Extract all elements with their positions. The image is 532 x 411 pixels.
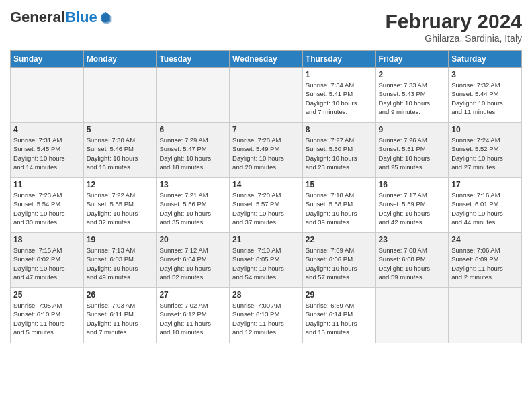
day-number: 4 [13,125,81,134]
calendar-cell: 12Sunrise: 7:22 AM Sunset: 5:55 PM Dayli… [83,178,157,233]
day-number: 1 [306,70,373,79]
calendar-cell: 26Sunrise: 7:03 AM Sunset: 6:11 PM Dayli… [83,288,157,343]
day-info: Sunrise: 7:08 AM Sunset: 6:08 PM Dayligh… [379,246,446,281]
day-info: Sunrise: 7:03 AM Sunset: 6:11 PM Dayligh… [87,301,154,336]
day-info: Sunrise: 7:00 AM Sunset: 6:13 PM Dayligh… [232,301,300,336]
day-number: 3 [451,70,519,79]
day-number: 11 [13,180,81,189]
calendar-cell: 28Sunrise: 7:00 AM Sunset: 6:13 PM Dayli… [230,288,303,343]
day-info: Sunrise: 7:06 AM Sunset: 6:09 PM Dayligh… [451,246,519,281]
day-info: Sunrise: 7:22 AM Sunset: 5:55 PM Dayligh… [87,191,154,226]
calendar-cell: 16Sunrise: 7:17 AM Sunset: 5:59 PM Dayli… [375,178,449,233]
day-info: Sunrise: 7:10 AM Sunset: 6:05 PM Dayligh… [232,246,300,281]
calendar-cell: 23Sunrise: 7:08 AM Sunset: 6:08 PM Dayli… [375,233,449,288]
day-number: 9 [379,125,446,134]
day-info: Sunrise: 7:15 AM Sunset: 6:02 PM Dayligh… [13,246,81,281]
calendar-row-1: 4Sunrise: 7:31 AM Sunset: 5:45 PM Daylig… [11,123,522,178]
calendar: SundayMondayTuesdayWednesdayThursdayFrid… [10,50,522,343]
day-number: 27 [159,290,226,300]
calendar-cell [449,288,522,343]
calendar-cell: 5Sunrise: 7:30 AM Sunset: 5:46 PM Daylig… [83,123,157,178]
day-info: Sunrise: 7:21 AM Sunset: 5:56 PM Dayligh… [159,191,226,226]
calendar-cell: 3Sunrise: 7:32 AM Sunset: 5:44 PM Daylig… [449,68,522,123]
month-year: February 2024 [386,10,522,33]
calendar-cell [375,288,449,343]
weekday-wednesday: Wednesday [230,51,303,68]
weekday-friday: Friday [375,51,449,68]
day-number: 15 [306,180,373,189]
day-info: Sunrise: 7:27 AM Sunset: 5:50 PM Dayligh… [306,136,373,171]
logo-blue: Blue [65,9,97,26]
day-number: 24 [451,235,519,244]
weekday-tuesday: Tuesday [157,51,230,68]
calendar-cell: 18Sunrise: 7:15 AM Sunset: 6:02 PM Dayli… [11,233,84,288]
calendar-cell: 6Sunrise: 7:29 AM Sunset: 5:47 PM Daylig… [157,123,230,178]
calendar-row-4: 25Sunrise: 7:05 AM Sunset: 6:10 PM Dayli… [11,288,522,343]
weekday-monday: Monday [83,51,157,68]
calendar-cell: 11Sunrise: 7:23 AM Sunset: 5:54 PM Dayli… [11,178,84,233]
day-info: Sunrise: 7:18 AM Sunset: 5:58 PM Dayligh… [306,191,373,226]
day-info: Sunrise: 7:09 AM Sunset: 6:06 PM Dayligh… [306,246,373,281]
day-number: 20 [159,235,226,244]
logo-icon [99,11,112,24]
header: GeneralBlue February 2024 Ghilarza, Sard… [10,10,522,44]
weekday-header-row: SundayMondayTuesdayWednesdayThursdayFrid… [11,51,522,68]
day-info: Sunrise: 7:30 AM Sunset: 5:46 PM Dayligh… [87,136,154,171]
calendar-row-3: 18Sunrise: 7:15 AM Sunset: 6:02 PM Dayli… [11,233,522,288]
day-number: 12 [87,180,154,189]
logo: GeneralBlue [10,10,112,25]
day-number: 22 [306,235,373,244]
day-number: 16 [379,180,446,189]
calendar-cell: 22Sunrise: 7:09 AM Sunset: 6:06 PM Dayli… [302,233,375,288]
calendar-cell: 17Sunrise: 7:16 AM Sunset: 6:01 PM Dayli… [449,178,522,233]
title-block: February 2024 Ghilarza, Sardinia, Italy [386,10,522,44]
day-info: Sunrise: 7:32 AM Sunset: 5:44 PM Dayligh… [451,81,519,116]
calendar-cell: 25Sunrise: 7:05 AM Sunset: 6:10 PM Dayli… [11,288,84,343]
day-info: Sunrise: 7:02 AM Sunset: 6:12 PM Dayligh… [159,301,226,336]
day-info: Sunrise: 7:31 AM Sunset: 5:45 PM Dayligh… [13,136,81,171]
calendar-cell: 14Sunrise: 7:20 AM Sunset: 5:57 PM Dayli… [230,178,303,233]
calendar-cell: 9Sunrise: 7:26 AM Sunset: 5:51 PM Daylig… [375,123,449,178]
day-number: 14 [232,180,300,189]
calendar-cell: 13Sunrise: 7:21 AM Sunset: 5:56 PM Dayli… [157,178,230,233]
calendar-cell [11,68,84,123]
day-info: Sunrise: 7:16 AM Sunset: 6:01 PM Dayligh… [451,191,519,226]
calendar-cell: 29Sunrise: 6:59 AM Sunset: 6:14 PM Dayli… [302,288,375,343]
day-number: 29 [306,290,373,300]
day-number: 26 [87,290,154,300]
calendar-cell: 20Sunrise: 7:12 AM Sunset: 6:04 PM Dayli… [157,233,230,288]
day-number: 21 [232,235,300,244]
calendar-cell: 8Sunrise: 7:27 AM Sunset: 5:50 PM Daylig… [302,123,375,178]
weekday-saturday: Saturday [449,51,522,68]
day-info: Sunrise: 7:17 AM Sunset: 5:59 PM Dayligh… [379,191,446,226]
location: Ghilarza, Sardinia, Italy [386,33,522,44]
day-info: Sunrise: 7:05 AM Sunset: 6:10 PM Dayligh… [13,301,81,336]
calendar-cell: 19Sunrise: 7:13 AM Sunset: 6:03 PM Dayli… [83,233,157,288]
day-info: Sunrise: 7:13 AM Sunset: 6:03 PM Dayligh… [87,246,154,281]
day-info: Sunrise: 7:12 AM Sunset: 6:04 PM Dayligh… [159,246,226,281]
logo-general: General [10,9,65,26]
day-info: Sunrise: 7:34 AM Sunset: 5:41 PM Dayligh… [306,81,373,116]
day-number: 6 [159,125,226,134]
day-number: 2 [379,70,446,79]
day-number: 8 [306,125,373,134]
calendar-cell: 10Sunrise: 7:24 AM Sunset: 5:52 PM Dayli… [449,123,522,178]
calendar-cell [157,68,230,123]
day-number: 18 [13,235,81,244]
calendar-row-0: 1Sunrise: 7:34 AM Sunset: 5:41 PM Daylig… [11,68,522,123]
day-info: Sunrise: 7:29 AM Sunset: 5:47 PM Dayligh… [159,136,226,171]
day-info: Sunrise: 6:59 AM Sunset: 6:14 PM Dayligh… [306,301,373,336]
day-number: 10 [451,125,519,134]
weekday-thursday: Thursday [302,51,375,68]
day-number: 23 [379,235,446,244]
calendar-cell: 2Sunrise: 7:33 AM Sunset: 5:43 PM Daylig… [375,68,449,123]
calendar-cell: 7Sunrise: 7:28 AM Sunset: 5:49 PM Daylig… [230,123,303,178]
day-info: Sunrise: 7:33 AM Sunset: 5:43 PM Dayligh… [379,81,446,116]
calendar-cell: 27Sunrise: 7:02 AM Sunset: 6:12 PM Dayli… [157,288,230,343]
weekday-sunday: Sunday [11,51,84,68]
day-info: Sunrise: 7:20 AM Sunset: 5:57 PM Dayligh… [232,191,300,226]
day-number: 19 [87,235,154,244]
calendar-cell: 4Sunrise: 7:31 AM Sunset: 5:45 PM Daylig… [11,123,84,178]
logo-text: GeneralBlue [10,10,97,25]
day-number: 28 [232,290,300,300]
